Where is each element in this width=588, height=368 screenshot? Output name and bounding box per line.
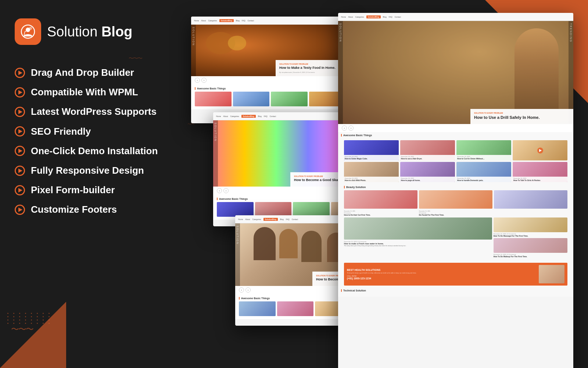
- feature-item: SEO Friendly: [15, 126, 169, 137]
- food-content: Awesome Basic Things: [191, 84, 349, 109]
- cta-text-area: BEST HEALTH SOLUTIONS To keep the body a…: [347, 269, 536, 280]
- left-panel: Solution Blog Drag And Drop Builder Comp…: [0, 0, 184, 368]
- nav-faq: FAQ: [264, 115, 268, 117]
- thumb-title: How To Talk To Girls At Parties: [513, 179, 567, 181]
- drill-thumb-extra: [513, 140, 567, 160]
- beauty-title-1: How to Do Hair Cut First Time.: [344, 214, 370, 216]
- logo-text: Solution Blog: [47, 24, 132, 40]
- play-button-overlay: [537, 148, 543, 153]
- prev-arrow[interactable]: ‹: [239, 287, 244, 293]
- drill-hero-wrap: SOLUTION TRENDING SOLUTION TO EVERY PROB…: [338, 21, 573, 124]
- drill-thumb-hair: December 19, 2021 How to use a Hair-Drye…: [400, 140, 455, 160]
- nav-cat: Categories: [230, 115, 239, 117]
- feature-item: Compatible With WPML: [15, 86, 169, 98]
- nav-faq: FAQ: [242, 20, 245, 22]
- feature-label: One-Click Demo Installation: [31, 145, 158, 157]
- logo-area: Solution Blog: [15, 18, 169, 45]
- food-arrows: ‹ ›: [191, 76, 349, 84]
- beauty-item6-title: How To Do Makeup For The First Time.: [494, 255, 567, 258]
- next-arrow[interactable]: ›: [223, 188, 229, 193]
- feature-label: Fully Responsive Design: [31, 165, 144, 176]
- next-arrow[interactable]: ›: [348, 125, 354, 131]
- play-triangle: [539, 149, 542, 152]
- svg-point-2: [29, 27, 32, 30]
- cta-desc: To keep the body a good health is a duty…: [347, 272, 536, 274]
- play-icon: [15, 166, 25, 176]
- drill-thumb-photo-info: December 19, 2021 How to click Wild Phot…: [344, 177, 399, 182]
- food-navbar: Home About Categories SolutionBlog Blog …: [191, 17, 349, 25]
- nav-about: About: [201, 20, 206, 22]
- food-hero-tag: SOLUTION TO EVERY PROBLEM: [279, 63, 345, 65]
- winter-thumb-2: [277, 301, 314, 316]
- drill-thumb-girls: December 19, 2021 How To Talk To Girls A…: [513, 162, 567, 182]
- side-label-solution: SOLUTION: [191, 25, 196, 76]
- feature-label: Latest WordPress Supports: [31, 106, 157, 117]
- prev-arrow[interactable]: ‹: [195, 78, 200, 83]
- beauty-large-text: December 15, 2021 | 0 Comments How to ma…: [344, 217, 492, 258]
- drill-thumb-pets-info: December 19, 2021 How to handle Domestic…: [456, 177, 511, 182]
- fashion-thumb-1: [217, 202, 254, 217]
- drill-thumb-page: December 19, 2021 How to page all home.: [400, 162, 455, 182]
- nav-logo: SolutionBlog: [263, 218, 278, 221]
- drill-thumb-girls-info: December 19, 2021 How To Talk To Girls A…: [513, 177, 567, 182]
- right-panel: Home About Categories SolutionBlog Blog …: [180, 0, 588, 368]
- screenshots-container: Home About Categories SolutionBlog Blog …: [191, 9, 577, 359]
- food-thumb-3: [271, 92, 308, 106]
- food-thumb-1: [195, 92, 232, 106]
- prev-arrow[interactable]: ‹: [217, 188, 222, 193]
- person-3: [301, 231, 322, 262]
- play-icon: [15, 68, 25, 78]
- play-icon: [15, 87, 25, 98]
- beauty-item-3: [494, 210, 567, 216]
- play-icon: [15, 205, 25, 215]
- fashion-thumb-3: [293, 202, 330, 217]
- logo-icon: [15, 18, 41, 45]
- play-icon: [15, 126, 25, 137]
- nav-home: Home: [341, 16, 346, 18]
- feature-item: Drag And Drop Builder: [15, 67, 169, 78]
- drill-thumb-onion: December 19, 2021 How to Cut An Onion Wi…: [456, 140, 511, 160]
- person-1: [254, 227, 276, 260]
- food-thumb-2: [233, 92, 270, 106]
- thumb-title: How to click Wild Photo.: [345, 179, 398, 181]
- next-arrow[interactable]: ›: [245, 287, 251, 293]
- drill-thumb-onion-info: December 19, 2021 How to Cut An Onion Wi…: [456, 155, 511, 160]
- nav-about: About: [348, 16, 353, 18]
- beauty-large-title: How to make a Fresh rose water in home.: [344, 243, 492, 245]
- screenshot-drill: Home About Categories SolutionBlog Blog …: [338, 13, 573, 368]
- beauty-thumb-5: [494, 217, 567, 232]
- beauty-date-1: December 15, 20210 Comment: [344, 210, 355, 214]
- feature-label: Drag And Drop Builder: [31, 67, 134, 78]
- thumb-title: How to Solve Magic Cube.: [345, 158, 398, 160]
- drill-arrows: ‹ ›: [338, 124, 573, 132]
- play-icon: [15, 107, 25, 117]
- nav-blog: Blog: [258, 115, 262, 117]
- beauty-thumb-6: [494, 238, 567, 253]
- drill-navbar: Home About Categories SolutionBlog Blog …: [338, 13, 573, 21]
- drill-thumb-page-info: December 19, 2021 How to page all home.: [400, 177, 455, 182]
- drill-hero-tag: SOLUTION TO EVERY PROBLEM: [474, 112, 570, 114]
- beauty-section: Beauty Solution December 15, 20210 Comme…: [341, 184, 570, 261]
- beauty-titles-row: December 15, 20210 Comment How to Do Hai…: [344, 210, 567, 217]
- features-list: Drag And Drop Builder Compatible With WP…: [15, 67, 169, 216]
- beauty-right-col: December 15, 2021 | 0 Comments How To Do…: [494, 217, 567, 258]
- beauty-thumb-2: [419, 190, 492, 209]
- fashion-thumb-2: [255, 202, 292, 217]
- cta-phone: (+81) 1800-123-1234: [347, 277, 536, 280]
- thumb-title: How to use a Hair-Dryer.: [401, 158, 454, 160]
- nav-cat: Categories: [252, 218, 261, 220]
- nav-blog: Blog: [383, 16, 387, 18]
- thumb-title: How to Cut An Onion Without...: [457, 158, 510, 160]
- nav-contact: Contact: [270, 115, 276, 117]
- drill-section-title: Awesome Basic Things: [341, 134, 570, 137]
- food-hero: SOLUTION TRENDING SOLUTION TO EVERY PROB…: [191, 25, 349, 76]
- beauty-large-desc: This study shows part of the printing an…: [344, 245, 492, 247]
- food-thumbnails: [195, 92, 345, 106]
- feature-label: SEO Friendly: [31, 126, 91, 137]
- drill-thumb-hair-info: December 19, 2021 How to use a Hair-Drye…: [400, 155, 455, 160]
- nav-blog: Blog: [236, 20, 240, 22]
- side-label-solution: SOLUTION: [213, 120, 218, 187]
- drill-thumb-grid: December 19, 2021 How to Solve Magic Cub…: [341, 138, 570, 184]
- next-arrow[interactable]: ›: [201, 78, 207, 83]
- prev-arrow[interactable]: ‹: [342, 125, 347, 131]
